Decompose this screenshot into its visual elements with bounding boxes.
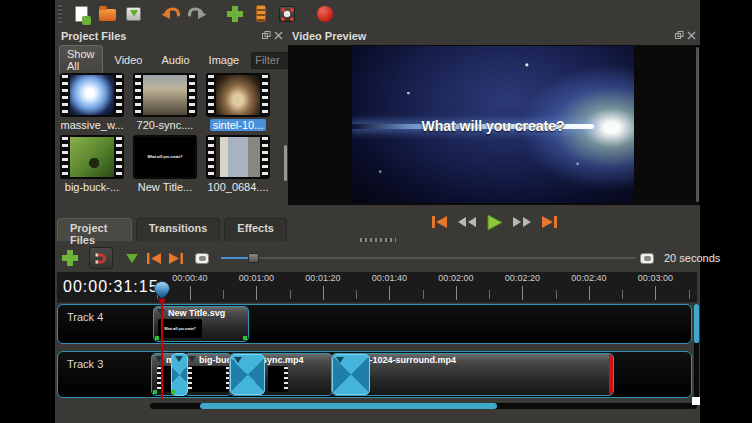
jump-to-start-button[interactable] bbox=[431, 215, 448, 229]
filter-button-audio[interactable]: Audio bbox=[154, 52, 196, 68]
clip[interactable]: sintel-1024-surround.mp4 bbox=[331, 353, 614, 396]
track-row-track-4[interactable]: Track 4New Title.svgWhat will you create… bbox=[57, 304, 692, 344]
float-panel-icon[interactable] bbox=[262, 31, 271, 40]
clip[interactable]: 720-sync.mp4 bbox=[229, 353, 333, 396]
openshot-window: Project Files Show AllVideoAudioImage ma… bbox=[55, 0, 700, 423]
filmstrip-thumbnail bbox=[60, 73, 124, 117]
preview-scrollbar[interactable] bbox=[696, 47, 699, 202]
snapping-toggle-button[interactable] bbox=[89, 247, 113, 269]
vscroll-thumb[interactable] bbox=[694, 304, 699, 343]
ruler-tick bbox=[655, 286, 656, 300]
clip[interactable]: big-buck- bbox=[184, 353, 232, 396]
close-panel-icon[interactable] bbox=[687, 31, 696, 40]
tab-project-files[interactable]: Project Files bbox=[57, 218, 132, 241]
zoom-slider-knob[interactable] bbox=[248, 253, 259, 263]
open-folder-icon bbox=[99, 9, 116, 21]
project-files-panel: Project Files Show AllVideoAudioImage ma… bbox=[57, 27, 287, 244]
file-item[interactable]: big-buck-... bbox=[57, 135, 127, 193]
file-item[interactable]: 720-sync.... bbox=[130, 73, 200, 131]
open-project-button[interactable] bbox=[96, 3, 118, 25]
next-marker-button[interactable] bbox=[165, 247, 187, 269]
panel-tabs: Project FilesTransitionsEffects bbox=[57, 218, 287, 241]
screen: Project Files Show AllVideoAudioImage ma… bbox=[0, 0, 752, 423]
close-panel-icon[interactable] bbox=[274, 31, 283, 40]
film-profile-icon bbox=[256, 5, 266, 22]
file-item[interactable]: massive_w... bbox=[57, 73, 127, 131]
timeline-zoom-slider[interactable] bbox=[221, 248, 636, 268]
plus-icon bbox=[227, 6, 243, 22]
filmstrip-holes bbox=[188, 367, 192, 391]
project-files-scrollbar[interactable] bbox=[284, 145, 287, 181]
timeline-ruler[interactable]: 00:00:31:15 00:00:4000:01:0000:01:2000:0… bbox=[57, 272, 697, 303]
filter-button-show-all[interactable]: Show All bbox=[59, 45, 103, 75]
next-marker-icon bbox=[168, 252, 184, 265]
file-item[interactable]: sintel-10... bbox=[203, 73, 273, 131]
green-down-arrow-icon bbox=[126, 254, 138, 269]
undo-button[interactable] bbox=[160, 3, 182, 25]
transition-menu-chevron-icon[interactable] bbox=[175, 356, 183, 366]
toolbar-drag-handle[interactable] bbox=[58, 5, 62, 23]
play-button[interactable] bbox=[486, 214, 503, 231]
filter-button-image[interactable]: Image bbox=[202, 52, 247, 68]
previous-marker-button[interactable] bbox=[143, 247, 165, 269]
zoom-scale-button[interactable] bbox=[636, 247, 658, 269]
filmstrip-thumbnail bbox=[206, 135, 270, 179]
ruler-time-label: 00:03:00 bbox=[638, 273, 673, 283]
choose-profile-button[interactable] bbox=[250, 3, 272, 25]
file-item[interactable]: What will you create?New Title... bbox=[130, 135, 200, 193]
thumbnail-art bbox=[143, 75, 187, 115]
timeline-toolbar: 20 seconds bbox=[55, 244, 700, 272]
video-overlay-text: What will you create? bbox=[352, 118, 634, 134]
splitter-handle[interactable] bbox=[360, 238, 396, 242]
filter-button-video[interactable]: Video bbox=[108, 52, 150, 68]
filter-row: Show AllVideoAudioImage bbox=[59, 49, 285, 71]
save-project-button[interactable] bbox=[122, 3, 144, 25]
filter-input[interactable] bbox=[251, 52, 293, 69]
import-files-button[interactable] bbox=[224, 3, 246, 25]
previous-marker-icon bbox=[146, 252, 162, 265]
clip-menu-chevron-icon[interactable] bbox=[188, 356, 196, 366]
transition-overlay[interactable] bbox=[332, 354, 370, 395]
center-playhead-button[interactable] bbox=[191, 247, 213, 269]
filmstrip-thumbnail bbox=[206, 73, 270, 117]
playback-controls bbox=[288, 209, 700, 235]
export-icon bbox=[279, 6, 295, 22]
new-file-icon bbox=[75, 6, 88, 22]
transition-overlay[interactable] bbox=[230, 354, 265, 395]
track-row-track-3[interactable]: Track 3mbig-buck-720-sync.mp4sintel-1024… bbox=[57, 351, 692, 398]
video-frame: What will you create? bbox=[352, 46, 634, 203]
record-button[interactable] bbox=[314, 3, 336, 25]
tab-effects[interactable]: Effects bbox=[224, 218, 287, 241]
file-label: New Title... bbox=[130, 181, 200, 193]
fast-forward-button[interactable] bbox=[512, 216, 532, 228]
resize-grip[interactable] bbox=[692, 397, 700, 405]
float-panel-icon[interactable] bbox=[675, 31, 684, 40]
add-marker-button[interactable] bbox=[121, 247, 143, 269]
timeline-vertical-scrollbar[interactable] bbox=[694, 304, 699, 399]
ruler-tick bbox=[190, 286, 191, 300]
filmstrip-holes bbox=[284, 367, 288, 391]
ruler-scale[interactable]: 00:00:4000:01:0000:01:2000:01:4000:02:00… bbox=[150, 272, 697, 303]
ruler-time-label: 00:01:40 bbox=[372, 273, 407, 283]
playhead-timecode: 00:00:31:15 bbox=[63, 278, 159, 296]
clip[interactable]: New Title.svgWhat will you create? bbox=[153, 306, 249, 342]
transition-menu-chevron-icon[interactable] bbox=[234, 357, 242, 367]
add-track-button[interactable] bbox=[59, 247, 81, 269]
transition-menu-chevron-icon[interactable] bbox=[336, 357, 344, 367]
ruler-tick bbox=[489, 290, 490, 299]
rewind-button[interactable] bbox=[457, 216, 477, 228]
new-project-button[interactable] bbox=[70, 3, 92, 25]
ruler-tick bbox=[256, 286, 257, 300]
thumbnail-text: What will you create? bbox=[164, 327, 195, 330]
ruler-time-label: 00:02:40 bbox=[571, 273, 606, 283]
export-video-button[interactable] bbox=[276, 3, 298, 25]
ruler-time-label: 00:02:00 bbox=[438, 273, 473, 283]
timeline-horizontal-scrollbar[interactable] bbox=[150, 403, 697, 409]
tab-transitions[interactable]: Transitions bbox=[136, 218, 221, 241]
jump-to-end-button[interactable] bbox=[541, 215, 558, 229]
redo-button[interactable] bbox=[186, 3, 208, 25]
playhead-marker[interactable] bbox=[154, 281, 170, 300]
file-item[interactable]: 100_0684.... bbox=[203, 135, 273, 193]
hscroll-thumb[interactable] bbox=[200, 403, 497, 409]
ruler-tick bbox=[456, 286, 457, 300]
